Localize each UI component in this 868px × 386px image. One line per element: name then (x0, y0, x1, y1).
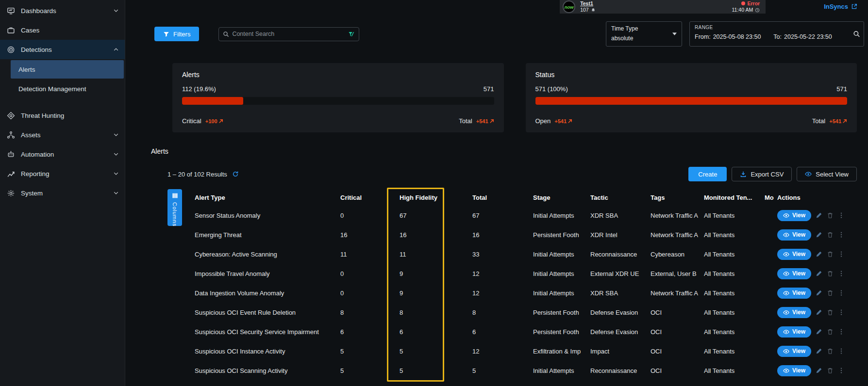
table-header-cell[interactable]: Actions (777, 194, 857, 201)
sidebar-item[interactable]: Alerts (11, 60, 124, 79)
edit-icon[interactable] (816, 348, 822, 354)
view-button[interactable]: View (777, 346, 811, 357)
view-button[interactable]: View (777, 288, 811, 299)
cell-actions: View (777, 268, 857, 279)
more-actions-icon[interactable] (838, 270, 845, 277)
delete-icon[interactable] (827, 328, 834, 335)
table-header-cell[interactable]: Total (472, 194, 533, 201)
to-value: 2025-05-22 23:50 (784, 33, 832, 40)
edit-icon[interactable] (816, 309, 822, 316)
delete-icon[interactable] (827, 251, 834, 257)
edit-icon[interactable] (816, 231, 822, 238)
user-name[interactable]: Test1 (580, 0, 596, 7)
sidebar-item[interactable]: Assets (0, 125, 125, 145)
bell-icon[interactable] (591, 8, 596, 13)
eye-icon (783, 212, 789, 219)
more-actions-icon[interactable] (838, 231, 845, 238)
sidebar-item[interactable]: System (0, 183, 125, 203)
chevron-icon (113, 132, 119, 138)
edit-icon[interactable] (816, 367, 822, 374)
cell-actions: View (777, 249, 857, 260)
view-button[interactable]: View (777, 307, 811, 318)
create-button[interactable]: Create (688, 167, 727, 181)
delete-icon[interactable] (827, 231, 834, 238)
table-header-cell[interactable]: Alert Type (195, 194, 340, 201)
insyncs-link[interactable]: InSyncs (824, 3, 857, 10)
edit-icon[interactable] (816, 270, 822, 277)
view-button[interactable]: View (777, 229, 811, 241)
table-header-cell[interactable]: Monitored Ten... (704, 194, 765, 201)
table-header-cell[interactable]: Stage (533, 194, 590, 201)
more-actions-icon[interactable] (838, 309, 845, 316)
table-row[interactable]: Impossible Travel Anomaly 0 9 12 Initial… (167, 264, 857, 283)
time-range-control[interactable]: RANGE From: 2025-05-08 23:50 To: 2025-05… (689, 21, 864, 47)
view-button[interactable]: View (777, 210, 811, 221)
sidebar-item[interactable]: Reporting (0, 164, 125, 183)
table-row[interactable]: Emerging Threat 16 16 16 Persistent Foot… (167, 225, 857, 244)
sidebar-item[interactable]: Automation (0, 145, 125, 164)
sidebar-nav: Dashboards Cases Detections A (0, 1, 125, 203)
cell-tags: Cybereason (651, 251, 704, 258)
chevron-icon (113, 190, 119, 196)
view-button[interactable]: View (777, 249, 811, 260)
card-footer-right-delta: +541 (829, 118, 841, 124)
table-row[interactable]: Sensor Status Anomaly 0 67 67 Initial At… (167, 206, 857, 225)
sidebar-item[interactable]: Dashboards (0, 1, 125, 20)
delete-icon[interactable] (827, 290, 834, 296)
cell-alert-type: Suspicious OCI Event Rule Deletion (195, 309, 340, 316)
delete-icon[interactable] (827, 212, 834, 219)
cell-total: 12 (472, 348, 533, 355)
table-row[interactable]: Suspicious OCI Instance Activity 5 5 12 … (167, 341, 857, 361)
results-count: 1 – 20 of 102 Results (167, 171, 227, 178)
sidebar-item[interactable]: Threat Hunting (0, 106, 125, 125)
more-actions-icon[interactable] (838, 290, 845, 296)
table-header-cell[interactable]: High Fidelity (400, 194, 472, 201)
progress-bar-track (535, 97, 848, 105)
sidebar-item[interactable]: Detection Management (11, 80, 124, 98)
view-button[interactable]: View (777, 365, 811, 376)
cell-monitored-tenants: All Tenants (704, 348, 765, 355)
sidebar-item-label: Reporting (21, 170, 50, 177)
table-header-cell[interactable]: Tactic (590, 194, 651, 201)
range-search-icon[interactable] (853, 31, 860, 38)
table-row[interactable]: Cybereason: Active Scanning 11 11 33 Ini… (167, 244, 857, 264)
table-header-cell[interactable]: Tags (651, 194, 704, 201)
view-button[interactable]: View (777, 268, 811, 279)
more-actions-icon[interactable] (838, 212, 845, 219)
delete-icon[interactable] (827, 309, 834, 316)
export-csv-button[interactable]: Export CSV (732, 167, 792, 181)
edit-icon[interactable] (816, 290, 822, 296)
edit-icon[interactable] (816, 212, 822, 219)
delete-icon[interactable] (827, 367, 834, 374)
cell-stage: Initial Attempts (533, 251, 590, 258)
edit-icon[interactable] (816, 251, 822, 257)
now-logo[interactable]: now (563, 0, 575, 13)
filters-button[interactable]: Filters (154, 27, 199, 41)
delete-icon[interactable] (827, 348, 834, 354)
select-view-button[interactable]: Select View (797, 167, 857, 181)
more-actions-icon[interactable] (838, 367, 845, 374)
columns-button[interactable]: Columns (167, 189, 182, 226)
topbar: now Test1 107 Error 11:40 AM (125, 0, 868, 15)
query-filter-icon[interactable] (348, 31, 355, 38)
error-status[interactable]: Error (747, 0, 760, 7)
cell-tactic: Impact (590, 348, 651, 355)
view-button[interactable]: View (777, 326, 811, 338)
table-row[interactable]: Data Ingestion Volume Anomaly 0 9 12 Ini… (167, 283, 857, 303)
more-actions-icon[interactable] (838, 328, 845, 335)
table-header-cell[interactable]: Mo (765, 194, 777, 201)
table-row[interactable]: Suspicious OCI Event Rule Deletion 8 8 8… (167, 303, 857, 322)
download-icon (740, 171, 747, 177)
more-actions-icon[interactable] (838, 251, 845, 257)
content-search-input[interactable] (232, 31, 345, 37)
table-row[interactable]: Suspicious OCI Scanning Activity 5 5 5 I… (167, 361, 857, 380)
sidebar-item[interactable]: Cases (0, 20, 125, 40)
edit-icon[interactable] (816, 328, 822, 335)
time-type-dropdown[interactable]: Time Type absolute (606, 21, 682, 47)
refresh-icon[interactable] (232, 171, 239, 177)
table-row[interactable]: Suspicious OCI Security Service Impairme… (167, 322, 857, 341)
delete-icon[interactable] (827, 270, 834, 277)
more-actions-icon[interactable] (838, 348, 845, 354)
sidebar-item[interactable]: Detections (0, 40, 125, 59)
table-header-cell[interactable]: Critical (340, 194, 400, 201)
